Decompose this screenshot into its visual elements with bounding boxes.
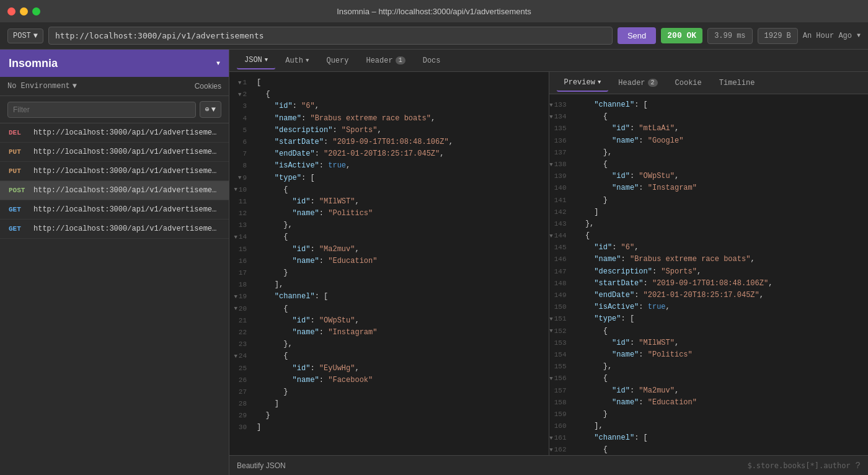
- line-content-12: "name": "Politics": [254, 208, 373, 220]
- line-num-134: ▼134: [549, 111, 574, 123]
- tab-cookie[interactable]: Cookie: [668, 75, 709, 91]
- tab-docs[interactable]: Docs: [415, 53, 448, 69]
- line-num-153: 153: [549, 337, 574, 349]
- code-line-6: 6 "startDate": "2019-09-17T01:08:48.106Z…: [229, 136, 549, 148]
- help-icon[interactable]: ?: [856, 461, 861, 471]
- url-input[interactable]: [48, 27, 613, 45]
- line-content-4: "name": "Brabus extreme race boats",: [254, 113, 435, 125]
- line-content-8: "isActive": true,: [254, 160, 350, 172]
- window-title: Insomnia – http://localhost:3000/api/v1/…: [337, 7, 531, 16]
- code-line-8: 8 "isActive": true,: [229, 160, 549, 172]
- maximize-button[interactable]: [32, 7, 40, 16]
- preview-code-area[interactable]: ▼133 "channel": [ ▼134 { 135 "id": "mtLa…: [549, 94, 869, 455]
- line-num-27: 27: [229, 386, 254, 398]
- jsonpath-input[interactable]: [286, 461, 851, 470]
- line-content-25: "id": "EyUwHg",: [254, 363, 360, 375]
- request-item-put1[interactable]: PUT http://localhost:3000/api/v1/adverti…: [0, 143, 229, 162]
- tab-docs-label: Docs: [423, 56, 441, 65]
- code-line-25: 25 "id": "EyUwHg",: [229, 363, 549, 375]
- tab-auth[interactable]: Auth ▼: [278, 53, 316, 69]
- tab-preview[interactable]: Preview ▼: [557, 74, 609, 92]
- request-item-del[interactable]: DEL http://localhost:3000/api/v1/adverti…: [0, 123, 229, 143]
- line-num-145: 145: [549, 242, 574, 254]
- request-item-post[interactable]: POST http://localhost:3000/api/v1/advert…: [0, 181, 229, 200]
- tab-query[interactable]: Query: [319, 53, 356, 69]
- line-num-135: 135: [549, 123, 574, 135]
- tab-json-label: JSON: [244, 56, 262, 64]
- env-selector[interactable]: No Environment ▼: [7, 82, 77, 91]
- tab-header-response-badge: 2: [648, 79, 658, 87]
- line-content-22: "name": "Instagram": [254, 327, 377, 339]
- line-num-26: 26: [229, 375, 254, 386]
- code-line-13: 13 },: [229, 220, 549, 231]
- line-num-155: 155: [549, 361, 574, 373]
- line-num-11: 11: [229, 196, 254, 208]
- content-area: ▼1[ ▼2 { 3 "id": "6", 4 "name": "Brabus …: [229, 72, 868, 455]
- filter-input[interactable]: [7, 102, 196, 118]
- line-content-19: "channel": [: [254, 291, 328, 303]
- size-badge: 1929 B: [758, 28, 798, 44]
- code-line-27: 27 }: [229, 386, 549, 398]
- line-content-3: "id": "6",: [254, 100, 319, 112]
- timestamp: An Hour Ago: [803, 32, 852, 40]
- code-line-2: ▼2 {: [229, 89, 549, 100]
- method-dropdown-icon: ▼: [33, 32, 38, 40]
- timestamp-dropdown-icon[interactable]: ▼: [857, 32, 861, 39]
- line-num-1: ▼1: [229, 77, 254, 89]
- sidebar-dropdown-icon[interactable]: ▼: [216, 60, 220, 67]
- tab-json-dropdown[interactable]: ▼: [265, 57, 268, 63]
- filter-bar: ⊕ ▼: [0, 96, 229, 123]
- line-num-157: 157: [549, 385, 574, 397]
- code-line-11: 11 "id": "MIlWST",: [229, 196, 549, 208]
- filter-add-dropdown-icon: ▼: [211, 105, 216, 114]
- tab-timeline[interactable]: Timeline: [712, 75, 763, 91]
- code-line-22: 22 "name": "Instagram": [229, 327, 549, 339]
- code-line-20: ▼20 {: [229, 303, 549, 315]
- code-line-21: 21 "id": "OWpStu",: [229, 315, 549, 327]
- line-content-15: "id": "Ma2muv",: [254, 244, 360, 255]
- code-line-26: 26 "name": "Facebook": [229, 375, 549, 386]
- request-url-get2: http://localhost:3000/api/v1/advertiseme…: [33, 224, 220, 233]
- line-num-138: ▼138: [549, 159, 574, 171]
- request-item-put2[interactable]: PUT http://localhost:3000/api/v1/adverti…: [0, 162, 229, 181]
- tab-header-response[interactable]: Header 2: [611, 75, 665, 91]
- code-line-12: 12 "name": "Politics": [229, 208, 549, 220]
- tab-auth-dropdown[interactable]: ▼: [306, 58, 309, 64]
- tab-cookie-label: Cookie: [675, 79, 702, 87]
- line-content-13: },: [254, 220, 293, 231]
- line-num-13: 13: [229, 220, 254, 231]
- line-num-158: 158: [549, 397, 574, 409]
- code-line-24: ▼24 {: [229, 350, 549, 362]
- line-num-24: ▼24: [229, 350, 254, 362]
- request-item-get1[interactable]: GET http://localhost:3000/api/v1/adverti…: [0, 200, 229, 220]
- line-num-154: 154: [549, 349, 574, 361]
- line-content-5: "description": "Sports",: [254, 125, 382, 136]
- method-put2-badge: PUT: [9, 167, 29, 175]
- line-num-156: ▼156: [549, 373, 574, 384]
- env-label: No Environment: [7, 82, 70, 91]
- beautify-button[interactable]: Beautify JSON: [237, 461, 286, 470]
- minimize-button[interactable]: [20, 7, 28, 16]
- tab-json[interactable]: JSON ▼: [237, 52, 275, 69]
- tab-header[interactable]: Header 1: [358, 53, 412, 69]
- close-button[interactable]: [7, 7, 16, 16]
- line-num-147: 147: [549, 266, 574, 278]
- request-item-get2[interactable]: GET http://localhost:3000/api/v1/adverti…: [0, 220, 229, 239]
- editor-code-area[interactable]: ▼1[ ▼2 { 3 "id": "6", 4 "name": "Brabus …: [229, 72, 549, 455]
- line-content-18: ],: [254, 279, 283, 291]
- filter-add-button[interactable]: ⊕ ▼: [200, 101, 221, 118]
- code-line-4: 4 "name": "Brabus extreme race boats",: [229, 113, 549, 125]
- cookies-button[interactable]: Cookies: [195, 82, 221, 91]
- app: POST ▼ Send 200 OK 3.99 ms 1929 B An Hou…: [0, 22, 868, 475]
- code-line-29: 29 }: [229, 410, 549, 422]
- line-num-25: 25: [229, 363, 254, 375]
- request-tab-bar: JSON ▼ Auth ▼ Query Header 1 Docs: [229, 50, 868, 72]
- send-button[interactable]: Send: [618, 27, 656, 44]
- tab-auth-label: Auth: [285, 56, 303, 65]
- tab-preview-dropdown[interactable]: ▼: [598, 79, 601, 86]
- line-num-29: 29: [229, 410, 254, 422]
- line-num-151: ▼151: [549, 313, 574, 325]
- line-num-4: 4: [229, 113, 254, 125]
- method-selector[interactable]: POST ▼: [7, 29, 43, 43]
- line-num-142: 142: [549, 206, 574, 218]
